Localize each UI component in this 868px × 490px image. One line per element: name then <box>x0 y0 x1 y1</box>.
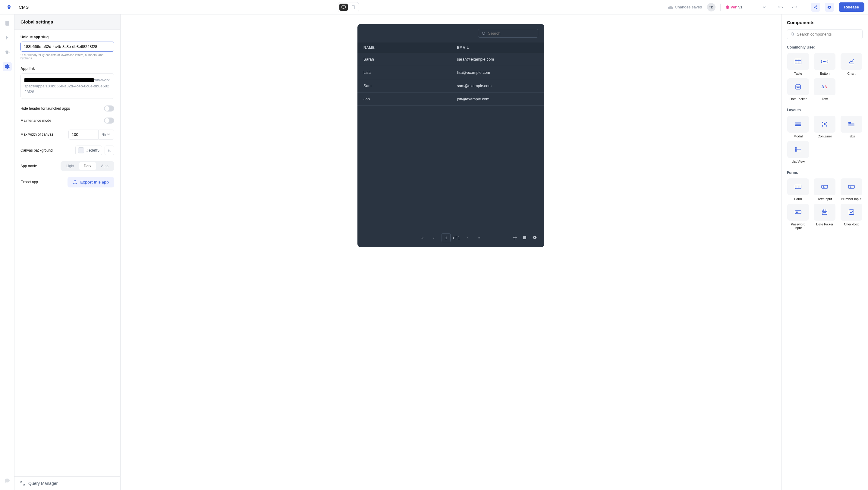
component-form[interactable]: Form <box>787 178 809 201</box>
app-launcher[interactable] <box>4 4 14 10</box>
download-icon <box>523 236 527 240</box>
component-table[interactable]: Table <box>787 53 809 75</box>
table-row[interactable]: Sam sam@example.com <box>358 79 544 93</box>
table-row[interactable]: Sarah sarah@example.com <box>358 53 544 66</box>
share-button[interactable] <box>811 3 820 12</box>
desktop-view-button[interactable] <box>339 4 348 11</box>
rail-pages[interactable] <box>3 19 12 28</box>
link-label: App link <box>21 67 114 71</box>
chart-icon <box>848 59 855 64</box>
password-icon <box>795 210 801 214</box>
component-number-input[interactable]: 1..Number Input <box>840 178 863 201</box>
page-icon <box>5 21 10 26</box>
version-selector[interactable]: ver v1 <box>725 5 766 9</box>
text-input-icon: T.. <box>821 185 828 189</box>
component-text[interactable]: AAText <box>813 78 836 101</box>
component-chart[interactable]: Chart <box>840 53 863 75</box>
app-canvas: NAME EMAIL Sarah sarah@example.com Lisa … <box>358 24 544 247</box>
component-button[interactable]: Button <box>813 53 836 75</box>
calendar-icon <box>822 209 828 215</box>
download-button[interactable] <box>523 236 527 240</box>
maintenance-toggle[interactable] <box>104 118 114 124</box>
mode-auto[interactable]: Auto <box>96 162 113 170</box>
undo-button[interactable] <box>776 3 785 12</box>
add-row-button[interactable] <box>513 236 517 240</box>
svg-rect-0 <box>342 6 345 8</box>
chevron-down-icon <box>763 6 766 8</box>
preview-button[interactable] <box>825 3 834 12</box>
bug-icon <box>5 50 10 55</box>
page-first[interactable]: « <box>418 235 426 240</box>
component-checkbox[interactable]: Checkbox <box>840 204 863 229</box>
mode-light[interactable]: Light <box>61 162 79 170</box>
rail-debug[interactable] <box>3 48 12 57</box>
table-icon <box>795 59 801 64</box>
svg-rect-1 <box>352 5 354 9</box>
svg-text:A: A <box>824 85 828 89</box>
component-date-picker[interactable]: Date Picker <box>787 78 809 101</box>
cursor-icon <box>5 35 9 40</box>
component-modal[interactable]: Modal <box>787 116 809 138</box>
chevron-down-icon <box>107 133 110 135</box>
query-manager-button[interactable]: Query Manager <box>14 477 120 490</box>
svg-point-3 <box>816 5 817 7</box>
save-status: Changes saved <box>668 5 702 9</box>
export-button[interactable]: Export this app <box>67 177 114 187</box>
svg-point-47 <box>825 212 826 213</box>
svg-point-23 <box>822 122 823 123</box>
rail-inspect[interactable] <box>3 33 12 42</box>
unit-select[interactable]: % <box>98 130 114 140</box>
section-layouts: Layouts <box>787 108 863 112</box>
eye-icon <box>532 236 537 239</box>
component-password-input[interactable]: Password Input <box>787 204 809 229</box>
svg-point-26 <box>826 125 827 127</box>
svg-rect-34 <box>797 149 801 150</box>
svg-rect-22 <box>795 124 801 126</box>
hide-header-label: Hide header for launched apps <box>21 106 70 111</box>
mobile-view-button[interactable] <box>349 4 358 11</box>
components-search[interactable] <box>787 29 863 39</box>
svg-point-42 <box>796 212 797 213</box>
release-button[interactable]: Release <box>839 2 864 12</box>
modal-icon <box>795 122 801 127</box>
app-name: CMS <box>19 4 29 10</box>
undo-icon <box>778 5 783 9</box>
hide-header-toggle[interactable] <box>104 105 114 112</box>
bg-color-input[interactable]: #edeff5 <box>75 146 102 155</box>
svg-point-17 <box>798 87 798 88</box>
svg-point-16 <box>797 87 798 88</box>
search-icon <box>791 32 795 36</box>
table-row[interactable]: Jon jon@example.com <box>358 93 544 106</box>
redo-icon <box>792 5 797 9</box>
table-search[interactable] <box>478 29 538 38</box>
user-avatar[interactable]: TD <box>707 3 715 11</box>
redo-button[interactable] <box>790 3 799 12</box>
component-list-view[interactable]: List View <box>787 141 809 163</box>
component-container[interactable]: Container <box>813 116 836 138</box>
mode-dark[interactable]: Dark <box>79 162 96 170</box>
share-icon <box>813 5 818 9</box>
bg-label: Canvas background <box>21 148 53 152</box>
page-last[interactable]: » <box>476 235 483 240</box>
cloud-icon <box>668 5 673 9</box>
slug-input[interactable] <box>21 41 114 52</box>
component-date-picker-form[interactable]: Date Picker <box>813 204 836 229</box>
table-row[interactable]: Lisa lisa@example.com <box>358 66 544 79</box>
page-input[interactable] <box>441 233 451 242</box>
rail-settings[interactable] <box>3 62 12 71</box>
rail-chat[interactable] <box>3 476 12 485</box>
visibility-button[interactable] <box>532 236 537 240</box>
form-icon <box>795 185 801 189</box>
components-title: Components <box>787 20 863 25</box>
calendar-icon <box>795 84 801 90</box>
component-tabs[interactable]: Tabs <box>840 116 863 138</box>
page-prev[interactable]: ‹ <box>430 235 437 240</box>
max-width-input[interactable] <box>68 130 98 140</box>
chat-icon <box>4 478 10 483</box>
svg-rect-28 <box>848 123 855 126</box>
page-next[interactable]: › <box>464 235 472 240</box>
mode-label: App mode <box>21 164 37 168</box>
fx-button[interactable]: fx <box>104 146 114 155</box>
component-text-input[interactable]: T..Text Input <box>813 178 836 201</box>
svg-rect-32 <box>795 150 797 152</box>
